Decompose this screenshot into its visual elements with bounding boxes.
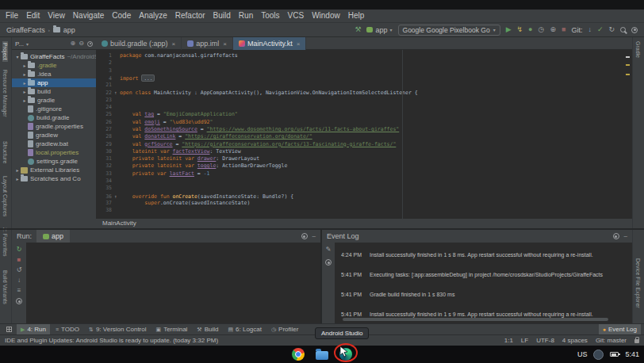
stripe-layout-captures[interactable]: Layout Captures <box>2 176 8 216</box>
toolwindow-event-log[interactable]: ●Event Log <box>599 324 641 334</box>
project-tree-item-build-gradle[interactable]: build.gradle <box>12 113 96 122</box>
stripe-gradle[interactable]: Gradle <box>635 41 641 58</box>
tree-expand-arrow-icon[interactable]: ▸ <box>21 97 28 103</box>
project-tree-item-gradle[interactable]: ▸.gradle <box>12 61 96 70</box>
toolwindow-todo[interactable]: ≡TODO <box>52 324 83 334</box>
project-tree-item-build[interactable]: ▸build <box>12 87 96 96</box>
project-tree-item-gradlew-bat[interactable]: gradlew.bat <box>12 139 96 148</box>
toolwindow-6-logcat[interactable]: ▤6: Logcat <box>224 324 266 334</box>
toolwindow-4-run[interactable]: ▶4: Run <box>17 324 50 334</box>
settings-gear-icon[interactable] <box>325 259 332 266</box>
settings-gear-icon[interactable] <box>87 41 93 47</box>
lock-icon[interactable] <box>634 339 639 343</box>
rerun-icon[interactable]: ↻ <box>17 246 22 253</box>
stripe-2-favorites[interactable]: 2: Favorites <box>2 227 8 257</box>
files-icon[interactable] <box>316 351 328 360</box>
stripe-structure[interactable]: Structure <box>2 141 8 163</box>
project-tree-item-gradle-properties[interactable]: gradle.properties <box>12 122 96 131</box>
menu-item-run[interactable]: Run <box>235 10 257 22</box>
close-tab-icon[interactable]: × <box>223 40 227 48</box>
horizontal-scrollbar[interactable] <box>343 318 608 321</box>
project-tree-item-gitignore[interactable]: .gitignore <box>12 105 96 113</box>
editor-tab-app-iml[interactable]: app.iml× <box>182 37 233 50</box>
settings-gear-icon[interactable] <box>301 233 308 239</box>
stripe-device-file-explorer[interactable]: Device File Explorer <box>635 258 641 308</box>
build-hammer-icon[interactable]: ⚒ <box>355 26 361 33</box>
project-view-dropdown[interactable]: P... <box>15 40 24 48</box>
menu-item-refactor[interactable]: Refactor <box>171 10 209 22</box>
menu-item-file[interactable]: File <box>2 10 22 22</box>
status-message[interactable]: IDE and Plugin Updates: Android Studio i… <box>5 337 218 344</box>
project-tree-item-gradle[interactable]: ▸gradle <box>12 96 96 105</box>
tree-expand-arrow-icon[interactable]: ▸ <box>14 167 21 173</box>
tree-expand-arrow-icon[interactable]: ▸ <box>21 89 28 94</box>
project-tree-item-settings-gradle[interactable]: settings.gradle <box>12 157 96 166</box>
menu-item-vcs[interactable]: VCS <box>284 10 309 22</box>
project-tree-item-giraffefacts[interactable]: ▾GiraffeFacts~/AndroidStudioProjects/Gir… <box>12 52 96 61</box>
status-indent-style[interactable]: 4 spaces <box>562 337 588 344</box>
tree-expand-arrow-icon[interactable]: ▸ <box>21 71 28 77</box>
breadcrumb-module[interactable]: app <box>63 26 75 34</box>
apply-changes-icon[interactable]: ↯ <box>517 26 523 33</box>
menu-item-view[interactable]: View <box>44 10 69 22</box>
menu-item-navigate[interactable]: Navigate <box>69 10 108 22</box>
scroll-to-end-icon[interactable]: ↓ <box>17 277 21 284</box>
profiler-icon[interactable]: ◷ <box>539 26 545 33</box>
tree-expand-arrow-icon[interactable]: ▾ <box>14 54 21 59</box>
stripe-project[interactable]: Project <box>2 41 8 62</box>
git-update-icon[interactable]: ↓ <box>588 26 592 33</box>
clock[interactable]: 5:41 <box>625 350 639 358</box>
stop-icon[interactable]: ■ <box>562 26 565 33</box>
tray-avatar-icon[interactable] <box>593 350 604 360</box>
toolwindow-build[interactable]: ⚒Build <box>193 324 222 334</box>
status-caret-position[interactable]: 1:1 <box>504 337 513 344</box>
settings-gear-icon[interactable] <box>613 233 619 239</box>
collapse-all-icon[interactable]: ⊖ <box>79 40 84 47</box>
project-tree-item-app[interactable]: ▸app <box>12 78 96 87</box>
edit-log-icon[interactable]: ✎ <box>326 246 332 253</box>
menu-item-edit[interactable]: Edit <box>22 10 44 22</box>
editor-tab-mainactivity-kt[interactable]: MainActivity.kt× <box>233 37 307 50</box>
hide-panel-icon[interactable]: – <box>624 233 627 239</box>
tree-expand-arrow-icon[interactable]: ▸ <box>21 63 28 68</box>
code-editor[interactable]: 1package com.naranjaconsal.giraffefacts2… <box>96 50 632 219</box>
status-line-ending[interactable]: LF <box>521 337 528 344</box>
chrome-icon[interactable] <box>292 348 305 361</box>
menu-item-analyze[interactable]: Analyze <box>135 10 171 22</box>
project-tree-item-local-properties[interactable]: local.properties <box>12 148 96 157</box>
project-tree-item-gradlew[interactable]: gradlew <box>12 131 96 139</box>
run-configuration-dropdown[interactable]: app▾ <box>366 26 392 34</box>
locate-file-icon[interactable]: ⊕ <box>71 40 76 47</box>
git-history-icon[interactable]: ↻ <box>608 26 615 33</box>
settings-gear-icon[interactable] <box>631 27 638 33</box>
project-tree-item-scratches-and-co[interactable]: ▸Scratches and Co <box>12 174 96 183</box>
menu-item-code[interactable]: Code <box>108 10 135 22</box>
breadcrumb-class[interactable]: MainActivity <box>102 220 136 227</box>
hide-panel-icon[interactable]: – <box>312 233 316 239</box>
soft-wrap-icon[interactable]: ≡ <box>17 288 21 294</box>
toolwindow-9-version-control[interactable]: ⇅9: Version Control <box>85 324 150 334</box>
project-tree-item-external-libraries[interactable]: ▸External Libraries <box>12 166 96 174</box>
close-tab-icon[interactable]: × <box>172 40 176 48</box>
close-tab-icon[interactable]: × <box>297 40 301 48</box>
menu-item-build[interactable]: Build <box>209 10 235 22</box>
run-play-icon[interactable]: ▶ <box>506 26 512 33</box>
toolwindow-terminal[interactable]: ▣Terminal <box>152 324 192 334</box>
search-everywhere-icon[interactable] <box>620 27 626 32</box>
stripe-resource-manager[interactable]: Resource Manager <box>2 70 8 117</box>
project-tree-item-idea[interactable]: ▸.idea <box>12 70 96 78</box>
attach-debugger-icon[interactable]: ⊕ <box>550 26 556 33</box>
stripe-build-variants[interactable]: Build Variants <box>2 270 8 304</box>
debug-icon[interactable]: ● <box>528 26 532 33</box>
tree-expand-arrow-icon[interactable]: ▸ <box>14 176 21 182</box>
tool-window-switcher-icon[interactable] <box>6 327 12 332</box>
breadcrumb-project[interactable]: GiraffeFacts <box>6 26 45 34</box>
menu-item-tools[interactable]: Tools <box>257 10 283 22</box>
status-file-encoding[interactable]: UTF-8 <box>536 337 554 344</box>
settings-gear-icon[interactable] <box>16 298 22 304</box>
stop-icon[interactable]: ■ <box>17 257 21 263</box>
git-commit-icon[interactable]: ✓ <box>597 26 604 33</box>
editor-tab-build-gradle-app[interactable]: build.gradle (:app)× <box>96 37 182 50</box>
menu-item-help[interactable]: Help <box>344 10 369 22</box>
run-tab-app[interactable]: app <box>36 230 70 243</box>
